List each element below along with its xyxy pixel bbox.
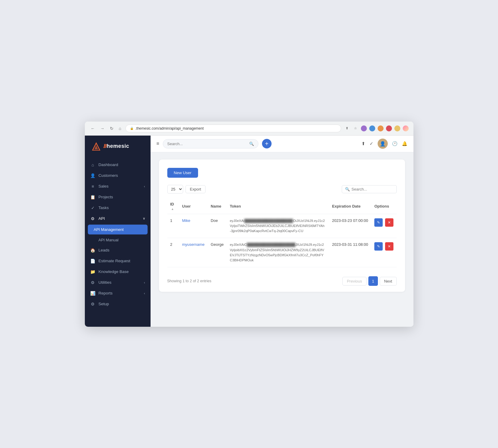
logo-icon	[91, 141, 102, 152]
cell-id: 1	[167, 214, 179, 238]
table-body: 1 Mike Doe eyJ0eXAi████████████████████O…	[167, 214, 397, 267]
sidebar-item-label: Leads	[99, 248, 110, 252]
tasks-icon: ✓	[90, 205, 96, 210]
previous-button[interactable]: Previous	[342, 277, 367, 286]
browser-window: ← → ↻ ⌂ 🔒 .themesic.com/admin/api/api_ma…	[85, 122, 413, 327]
share-topbar-icon[interactable]: ⬆	[361, 141, 365, 146]
delete-button[interactable]: ✕	[385, 242, 393, 251]
sidebar-item-sales[interactable]: ≡ Sales ‹	[85, 181, 151, 192]
sidebar-item-label: Reports	[99, 291, 113, 295]
add-button[interactable]: +	[262, 139, 272, 148]
edit-button[interactable]: ✎	[374, 218, 383, 227]
extension-icon-2[interactable]	[369, 125, 375, 131]
sidebar-item-knowledge-base[interactable]: 📁 Knowledge Base	[85, 266, 151, 277]
col-expiry[interactable]: Expiration Date	[329, 199, 372, 214]
cell-token: eyJ0eXAi████████████████████OiJIUzI1NiJ9…	[227, 214, 329, 238]
chevron-icon: ‹	[144, 281, 145, 284]
page-number-1[interactable]: 1	[368, 276, 378, 286]
utilities-icon: ⚙	[90, 280, 96, 285]
sidebar-item-label: Dashboard	[99, 162, 118, 167]
browser-bar: ← → ↻ ⌂ 🔒 .themesic.com/admin/api/api_ma…	[85, 122, 413, 136]
profile-icon[interactable]	[403, 125, 409, 131]
extension-icon-1[interactable]	[361, 125, 367, 131]
pagination: Previous 1 Next	[342, 276, 396, 286]
extension-icon-4[interactable]	[386, 125, 392, 131]
token-start: eyJ0eXAi	[230, 219, 244, 223]
user-link[interactable]: myusername	[182, 242, 205, 247]
next-button[interactable]: Next	[380, 277, 397, 286]
avatar[interactable]: 👤	[378, 139, 388, 149]
sidebar-subitem-label: API Management	[94, 227, 124, 232]
sidebar-item-setup[interactable]: ⚙ Setup	[85, 299, 151, 309]
check-topbar-icon[interactable]: ✓	[370, 141, 373, 146]
delete-button[interactable]: ✕	[385, 218, 393, 227]
per-page-select[interactable]: 25	[167, 185, 183, 194]
forward-button[interactable]: →	[99, 125, 106, 131]
extension-icon-3[interactable]	[378, 125, 384, 131]
cell-name: Doe	[208, 214, 227, 238]
logo-text: 𝐵hemesic	[103, 143, 129, 149]
url-text: .themesic.com/admin/api/api_management	[135, 126, 204, 131]
refresh-button[interactable]: ↻	[109, 125, 115, 131]
col-name[interactable]: Name	[208, 199, 227, 214]
chevron-icon: ‹	[144, 185, 145, 188]
sidebar-item-leads[interactable]: 🏠 Leads	[85, 245, 151, 256]
table-toolbar: 25 Export 🔍	[167, 185, 397, 194]
sidebar-item-customers[interactable]: 👤 Customers	[85, 170, 151, 181]
share-icon[interactable]: ⬆	[344, 125, 350, 131]
sidebar-item-reports[interactable]: 📊 Reports ‹	[85, 288, 151, 299]
sidebar-subitem-api-manual[interactable]: API Manual	[85, 235, 151, 245]
sidebar-item-label: API	[99, 216, 105, 221]
cell-user: myusername	[179, 238, 208, 267]
col-token[interactable]: Token	[227, 199, 329, 214]
sidebar-item-estimate-request[interactable]: 📄 Estimate Request	[85, 256, 151, 266]
search-input[interactable]	[167, 142, 247, 146]
card-top-actions: New User	[167, 168, 397, 178]
search-container: 🔍	[163, 139, 258, 148]
table-row: 2 myusername George eyJ0eXAiC███████████…	[167, 238, 397, 267]
sidebar-item-projects[interactable]: 📋 Projects	[85, 192, 151, 202]
url-bar[interactable]: 🔒 .themesic.com/admin/api/api_management	[125, 125, 341, 132]
col-user[interactable]: User	[179, 199, 208, 214]
sidebar-item-dashboard[interactable]: ⌂ Dashboard	[85, 159, 151, 170]
star-icon[interactable]: ☆	[353, 125, 358, 131]
col-id[interactable]: ID ▲	[167, 199, 179, 214]
sidebar-item-tasks[interactable]: ✓ Tasks	[85, 202, 151, 213]
sort-icon: ▲	[171, 207, 174, 211]
app-layout: 𝐵hemesic ⌂ Dashboard 👤 Customers ≡ Sales…	[85, 136, 413, 327]
cell-expiry: 2023-03-31 11:08:00	[329, 238, 372, 267]
cell-options: ✎ ✕	[371, 238, 396, 267]
clock-icon[interactable]: 🕐	[392, 141, 398, 146]
token-start: eyJ0eXAiC	[230, 243, 247, 246]
customers-icon: 👤	[90, 173, 96, 178]
sidebar-nav: ⌂ Dashboard 👤 Customers ≡ Sales ‹ 📋 Proj…	[85, 157, 151, 327]
home-button[interactable]: ⌂	[118, 125, 122, 131]
cell-options: ✎ ✕	[371, 214, 396, 238]
user-link[interactable]: Mike	[182, 218, 190, 223]
sidebar: 𝐵hemesic ⌂ Dashboard 👤 Customers ≡ Sales…	[85, 136, 151, 327]
sidebar-item-api[interactable]: ⚙ API ∨	[85, 213, 151, 224]
estimate-icon: 📄	[90, 259, 96, 263]
extension-icon-5[interactable]	[394, 125, 400, 131]
sidebar-item-label: Setup	[99, 302, 109, 306]
api-icon: ⚙	[90, 216, 96, 221]
cell-name: George	[208, 238, 227, 267]
topbar: ≡ 🔍 + ⬆ ✓ 👤 🕐 🔔	[151, 136, 413, 152]
sidebar-subitem-api-management[interactable]: API Management	[88, 225, 148, 234]
sidebar-item-label: Sales	[99, 184, 109, 188]
export-button[interactable]: Export	[186, 185, 206, 193]
back-button[interactable]: ←	[90, 125, 96, 131]
sidebar-logo: 𝐵hemesic	[85, 136, 151, 157]
menu-icon[interactable]: ≡	[157, 141, 159, 146]
sales-icon: ≡	[90, 184, 96, 189]
bell-icon[interactable]: 🔔	[402, 141, 407, 146]
lock-icon: 🔒	[130, 127, 134, 130]
home-icon: ⌂	[90, 162, 96, 167]
col-options-label: Options	[374, 204, 389, 208]
table-search-input[interactable]	[352, 187, 393, 191]
setup-icon: ⚙	[90, 302, 96, 306]
new-user-button[interactable]: New User	[167, 168, 198, 178]
sidebar-item-label: Knowledge Base	[99, 269, 129, 274]
edit-button[interactable]: ✎	[374, 242, 383, 251]
sidebar-item-utilities[interactable]: ⚙ Utilities ‹	[85, 277, 151, 288]
